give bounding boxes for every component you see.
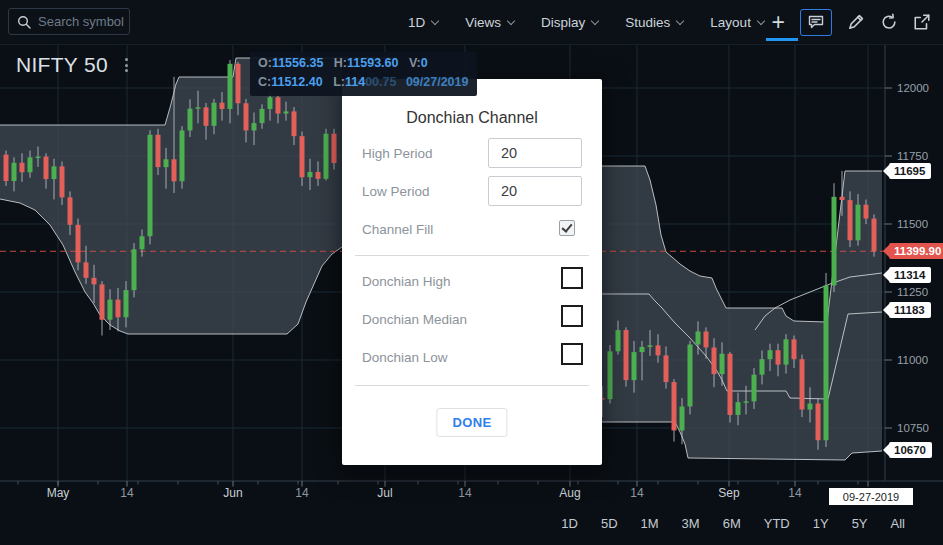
time-tick-label: Jun <box>223 486 242 500</box>
last-price-tag: 11399.90 <box>889 243 943 259</box>
trading-app: Search symbol 1DViewsDisplayStudiesLayou… <box>0 0 943 545</box>
high-period-label: High Period <box>362 146 433 161</box>
price-tick-label: 11500 <box>897 218 928 230</box>
timeframe-3m[interactable]: 3M <box>682 516 700 531</box>
divider <box>355 385 589 386</box>
comment-icon <box>808 15 824 29</box>
check-icon <box>561 221 572 233</box>
l-value: 114 <box>345 75 365 89</box>
date-axis-label: 09-27-2019 <box>829 488 913 505</box>
refresh-icon <box>880 13 898 31</box>
chevron-down-icon <box>757 16 765 24</box>
timeframe-5y[interactable]: 5Y <box>852 516 868 531</box>
draw-button[interactable] <box>847 13 865 31</box>
time-tick-label: Sep <box>718 486 739 500</box>
indicator-price-tag: 11314 <box>889 267 931 283</box>
symbol-menu-icon[interactable] <box>123 56 130 74</box>
toolbar-icons: + <box>772 0 931 44</box>
search-placeholder: Search symbol <box>38 14 124 29</box>
donchian-high-checkbox[interactable] <box>561 267 583 289</box>
low-period-input[interactable] <box>488 176 582 206</box>
menu-display[interactable]: Display <box>541 15 598 30</box>
timeframe-1d[interactable]: 1D <box>561 516 578 531</box>
donchian-high-label: Donchian High <box>362 274 451 289</box>
divider <box>355 255 589 256</box>
add-indicator-button[interactable]: + <box>772 12 785 32</box>
menu-row: 1DViewsDisplayStudiesLayout <box>408 0 764 44</box>
time-tick-label: 14 <box>630 486 643 500</box>
c-label: C: <box>258 75 271 89</box>
indicator-price-tag: 10670 <box>889 442 932 458</box>
timeframe-6m[interactable]: 6M <box>723 516 741 531</box>
time-tick-label: Jul <box>377 486 392 500</box>
search-icon <box>17 15 31 29</box>
indicator-price-tag: 11183 <box>889 302 931 318</box>
time-tick-label: 14 <box>120 486 133 500</box>
timeframe-1y[interactable]: 1Y <box>813 516 829 531</box>
annotation-button[interactable] <box>800 9 832 36</box>
price-tick-label: 12000 <box>897 82 929 94</box>
h-value: 11593.60 <box>347 56 398 70</box>
time-tick-label: 14 <box>458 486 471 500</box>
refresh-button[interactable] <box>880 13 898 31</box>
menu-layout[interactable]: Layout <box>710 15 764 30</box>
popout-button[interactable] <box>913 13 931 31</box>
v-label: V: <box>409 56 421 70</box>
chevron-down-icon <box>676 16 684 24</box>
plus-icon: + <box>772 12 785 32</box>
timeframe-5d[interactable]: 5D <box>601 516 618 531</box>
channel-fill-label: Channel Fill <box>362 222 433 237</box>
chevron-down-icon <box>507 16 515 24</box>
price-tick-label: 11750 <box>897 150 928 162</box>
menu-1d[interactable]: 1D <box>408 15 438 30</box>
low-period-label: Low Period <box>362 184 430 199</box>
donchian-low-checkbox[interactable] <box>561 343 583 365</box>
l-value-faded: 00.75 <box>365 75 396 89</box>
time-tick-label: 14 <box>295 486 308 500</box>
external-link-icon <box>913 13 931 31</box>
symbol-title: NIFTY 50 <box>16 53 108 77</box>
active-tab-indicator <box>766 38 798 41</box>
l-label: L: <box>333 75 345 89</box>
pencil-icon <box>847 13 865 31</box>
v-value: 0 <box>421 56 428 70</box>
chevron-down-icon <box>431 16 439 24</box>
time-tick-label: May <box>47 486 70 500</box>
timeframe-ytd[interactable]: YTD <box>764 516 790 531</box>
time-tick-label: Aug <box>559 486 580 500</box>
time-tick-label: 14 <box>788 486 801 500</box>
price-tick-label: 11000 <box>897 354 928 366</box>
timeframe-1m[interactable]: 1M <box>641 516 659 531</box>
h-label: H: <box>334 56 347 70</box>
price-tick-label: 10750 <box>897 422 929 434</box>
indicator-price-tag: 11695 <box>889 163 931 179</box>
top-toolbar: Search symbol 1DViewsDisplayStudiesLayou… <box>0 0 943 45</box>
tooltip-date: 09/27/2019 <box>406 75 469 89</box>
channel-fill-checkbox[interactable] <box>559 220 575 236</box>
done-button[interactable]: DONE <box>436 408 507 437</box>
donchian-settings-dialog: Donchian Channel High Period Low Period … <box>342 79 602 465</box>
menu-views[interactable]: Views <box>465 15 514 30</box>
o-value: 11556.35 <box>272 56 323 70</box>
donchian-low-label: Donchian Low <box>362 350 448 365</box>
price-tick-label: 11250 <box>897 286 928 298</box>
symbol-row: NIFTY 50 <box>16 53 130 77</box>
dialog-title: Donchian Channel <box>342 109 602 127</box>
high-period-input[interactable] <box>488 138 582 168</box>
timeframe-all[interactable]: All <box>891 516 905 531</box>
c-value: 11512.40 <box>271 75 322 89</box>
o-label: O: <box>258 56 272 70</box>
donchian-median-checkbox[interactable] <box>561 305 583 327</box>
donchian-median-label: Donchian Median <box>362 312 467 327</box>
search-input[interactable]: Search symbol <box>8 8 130 35</box>
menu-studies[interactable]: Studies <box>625 15 683 30</box>
ohlc-tooltip: O:11556.35 H:11593.60 V:0 C:11512.40 L:1… <box>250 52 477 96</box>
timeframe-bar: 1D5D1M3M6MYTD1Y5YAll <box>0 516 943 531</box>
chevron-down-icon <box>591 16 599 24</box>
